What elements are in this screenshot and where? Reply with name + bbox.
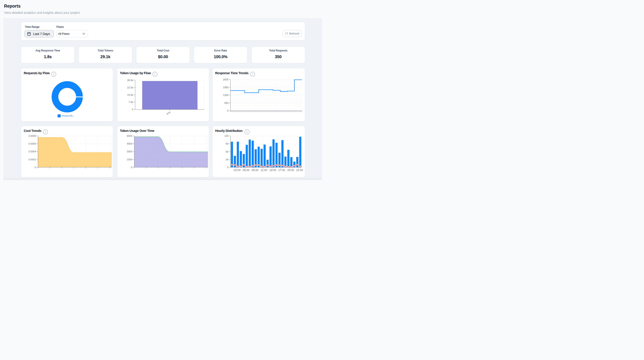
- svg-text:0: 0: [131, 166, 132, 169]
- svg-text:02:00: 02:00: [234, 169, 240, 172]
- svg-text:05:00: 05:00: [242, 169, 250, 172]
- svg-text:4500: 4500: [126, 142, 132, 145]
- svg-text:Product Info…: Product Info…: [62, 114, 75, 117]
- svg-text:3000: 3000: [126, 150, 132, 153]
- svg-text:0: 0: [227, 166, 228, 169]
- svg-text:11:00: 11:00: [260, 169, 267, 172]
- svg-text:1500: 1500: [126, 158, 132, 161]
- svg-text:20:00: 20:00: [287, 169, 294, 172]
- svg-text:14:00: 14:00: [269, 169, 276, 172]
- svg-text:0.0008: 0.0008: [28, 134, 36, 137]
- svg-text:0.0002: 0.0002: [28, 158, 36, 161]
- svg-text:30: 30: [226, 158, 228, 161]
- svg-text:0: 0: [227, 109, 228, 112]
- svg-text:650: 650: [224, 102, 228, 104]
- svg-text:7.5k: 7.5k: [128, 101, 133, 103]
- svg-text:90: 90: [226, 142, 228, 145]
- svg-text:0: 0: [34, 166, 36, 169]
- svg-text:15.0k: 15.0k: [127, 94, 133, 96]
- svg-text:0.0006: 0.0006: [28, 142, 36, 145]
- svg-text:1300: 1300: [223, 94, 228, 96]
- svg-text:6000: 6000: [126, 134, 132, 137]
- svg-text:23:00: 23:00: [296, 169, 303, 172]
- svg-text:08:00: 08:00: [252, 169, 258, 172]
- svg-text:2600: 2600: [223, 78, 228, 81]
- svg-text:22.5k: 22.5k: [127, 86, 133, 89]
- svg-text:0: 0: [132, 108, 133, 111]
- svg-text:30.0k: 30.0k: [127, 79, 133, 82]
- svg-text:Pro: Pro: [166, 111, 171, 115]
- svg-text:120: 120: [224, 134, 228, 137]
- svg-text:1950: 1950: [223, 86, 228, 89]
- svg-text:60: 60: [226, 150, 228, 153]
- svg-text:17:00: 17:00: [278, 169, 285, 172]
- svg-text:0.0004: 0.0004: [28, 150, 36, 153]
